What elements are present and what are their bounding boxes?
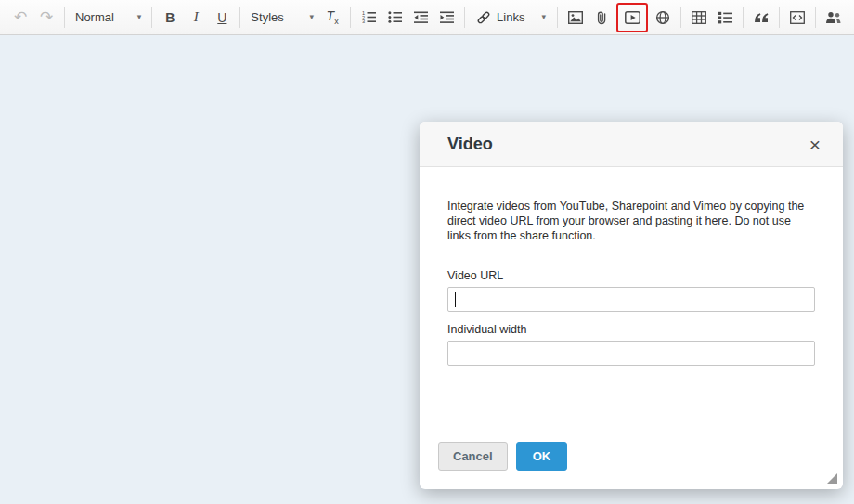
links-dropdown[interactable]: Links ▾ <box>470 6 552 30</box>
dialog-description: Integrate videos from YouTube, Sharepoin… <box>447 199 815 243</box>
video-dialog: Video × Integrate videos from YouTube, S… <box>420 122 843 489</box>
increase-indent-button[interactable] <box>434 6 459 30</box>
insert-video-button[interactable] <box>620 6 644 30</box>
toolbar-separator <box>743 7 744 28</box>
users-icon <box>825 11 842 24</box>
video-icon <box>625 11 640 24</box>
toolbar-separator <box>779 7 780 28</box>
toolbar-separator <box>239 7 240 28</box>
individual-width-input[interactable] <box>447 341 815 366</box>
increase-indent-icon <box>440 10 454 24</box>
image-icon <box>568 11 583 24</box>
close-icon[interactable]: × <box>806 133 824 156</box>
cancel-button[interactable]: Cancel <box>438 442 508 471</box>
svg-text:3: 3 <box>362 19 365 24</box>
text-caret <box>455 292 456 307</box>
bold-button[interactable]: B <box>158 6 182 30</box>
attachment-button[interactable] <box>589 6 614 30</box>
video-button-highlight <box>616 3 648 32</box>
toolbar-separator <box>64 7 65 28</box>
mention-users-button[interactable] <box>822 6 846 30</box>
dialog-title: Video <box>447 135 493 154</box>
video-dialog-header: Video × <box>420 122 843 167</box>
chevron-down-icon: ▾ <box>541 13 546 21</box>
styles-dropdown[interactable]: Styles ▾ <box>245 6 319 30</box>
undo-button[interactable]: ↶ <box>8 6 32 30</box>
chevron-down-icon: ▾ <box>310 13 315 21</box>
redo-button[interactable]: ↷ <box>34 6 58 30</box>
underline-button[interactable]: U <box>210 6 234 30</box>
insert-table-button[interactable] <box>687 6 711 30</box>
link-icon <box>476 10 491 25</box>
content-block-button[interactable] <box>713 6 737 30</box>
links-label: Links <box>497 10 524 24</box>
paperclip-icon <box>596 10 607 25</box>
editor-toolbar: ↶ ↷ Normal ▾ B I U Styles ▾ Tx 1 2 3 <box>0 0 854 35</box>
numbered-list-icon: 1 2 3 <box>362 10 376 24</box>
toolbar-separator <box>815 7 816 28</box>
toolbar-separator <box>151 7 152 28</box>
video-url-label: Video URL <box>447 269 815 282</box>
individual-width-label: Individual width <box>447 323 815 336</box>
blockquote-button[interactable] <box>749 6 773 30</box>
content-block-icon <box>718 11 732 24</box>
toolbar-separator <box>680 7 681 28</box>
table-icon <box>692 11 706 24</box>
video-url-field-wrap <box>447 287 815 312</box>
styles-value: Styles <box>251 10 283 24</box>
source-widget-button[interactable] <box>785 6 809 30</box>
decrease-indent-button[interactable] <box>408 6 433 30</box>
italic-button[interactable]: I <box>184 6 208 30</box>
toolbar-separator <box>557 7 558 28</box>
chevron-down-icon: ▾ <box>137 13 142 21</box>
decrease-indent-icon <box>414 10 428 24</box>
video-dialog-body: Integrate videos from YouTube, Sharepoin… <box>420 167 843 366</box>
video-url-input[interactable] <box>447 287 815 312</box>
dialog-resize-handle[interactable] <box>827 473 837 484</box>
globe-icon <box>655 10 670 25</box>
remove-format-icon: Tx <box>327 8 339 26</box>
redo-icon: ↷ <box>40 9 53 25</box>
undo-icon: ↶ <box>14 9 27 25</box>
insert-image-button[interactable] <box>563 6 588 30</box>
blockquote-icon <box>754 12 769 23</box>
paragraph-format-value: Normal <box>75 10 114 24</box>
remove-format-button[interactable]: Tx <box>320 6 344 30</box>
video-dialog-footer: Cancel OK <box>438 442 567 471</box>
bulleted-list-button[interactable] <box>382 6 407 30</box>
toolbar-separator <box>464 7 465 28</box>
insert-embed-button[interactable] <box>651 6 675 30</box>
toolbar-separator <box>350 7 351 28</box>
embed-code-icon <box>790 11 805 24</box>
ok-button[interactable]: OK <box>516 442 568 471</box>
numbered-list-button[interactable]: 1 2 3 <box>356 6 381 30</box>
paragraph-format-dropdown[interactable]: Normal ▾ <box>70 6 147 30</box>
individual-width-field-wrap <box>447 341 815 366</box>
bulleted-list-icon <box>388 10 402 24</box>
